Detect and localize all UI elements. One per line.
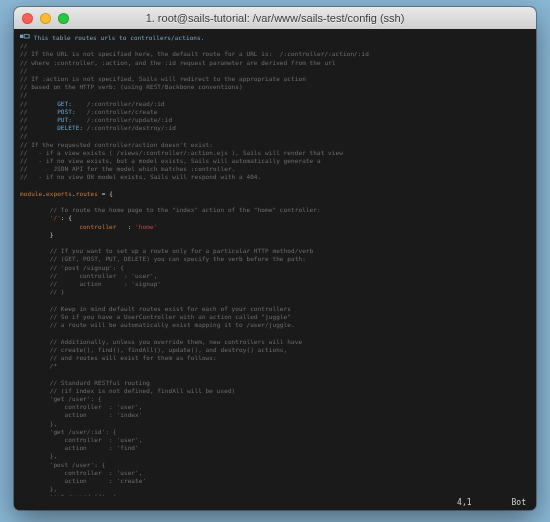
file-line: // So if you have a UserController with … <box>20 313 291 320</box>
file-line: }, <box>20 485 57 492</box>
file-line: // and routes will exist for them as fol… <box>20 354 217 361</box>
vim-statusbar: 4,1 Bot <box>14 496 536 510</box>
file-line: /:controller/update/:id <box>72 116 172 123</box>
file-line: controller : 'user', <box>20 469 143 476</box>
file-line: /:controller/read/:id <box>72 100 165 107</box>
file-line: 'get /user/:id': { <box>20 428 117 435</box>
file-line: 'get /user': { <box>20 395 102 402</box>
file-line: // Additionally, unless you override the… <box>20 338 302 345</box>
editor-content[interactable]: This table routes urls to controllers/ac… <box>14 29 536 510</box>
file-line: action : 'index' <box>20 411 143 418</box>
comment-lead-icon <box>20 33 30 39</box>
file-line: /:controller/destroy/:id <box>83 124 176 131</box>
file-line: // If you want to set up a route only fo… <box>20 247 313 254</box>
file-line: // (GET, POST, PUT, DELETE) you can spec… <box>20 255 306 262</box>
svg-rect-0 <box>20 35 23 38</box>
file-line: controller : 'user', <box>20 436 143 443</box>
file-line: // Standard RESTful routing <box>20 379 150 386</box>
file-line: PUT: <box>57 116 72 123</box>
zoom-icon[interactable] <box>58 13 69 24</box>
file-line: // where :controller, :action, and the :… <box>20 59 336 66</box>
file-line: }, <box>20 420 57 427</box>
file-line: // If :action is not specified, Sails wi… <box>20 75 306 82</box>
file-line: }, <box>20 452 57 459</box>
file-line: // a route will be automatically exist m… <box>20 321 295 328</box>
file-line: // If the requested controller/action do… <box>20 141 213 148</box>
file-line: // 'post /signup': { <box>20 264 124 271</box>
file-line: // - if a view exists ( /views/:controll… <box>20 149 343 156</box>
file-line: action : 'find' <box>20 444 139 451</box>
file-line: // (if index is not defined, findAll wil… <box>20 387 235 394</box>
file-line: // action : 'signup' <box>20 280 161 287</box>
file-line: // create(), find(), findAll(), update()… <box>20 346 287 353</box>
file-line: // } <box>20 288 65 295</box>
close-icon[interactable] <box>22 13 33 24</box>
file-line: 'home' <box>135 223 157 230</box>
scroll-position: Bot <box>512 496 526 510</box>
svg-rect-1 <box>24 35 29 38</box>
file-line: GET: <box>57 100 72 107</box>
file-line: '/' <box>50 214 61 221</box>
terminal-window: 1. root@sails-tutorial: /var/www/sails-t… <box>14 7 536 510</box>
file-line: POST: <box>57 108 76 115</box>
file-line: action : 'create' <box>20 477 146 484</box>
file-line: // based on the HTTP verb: (using REST/B… <box>20 83 243 90</box>
file-line: // Keep in mind default routes exist for… <box>20 305 291 312</box>
minimize-icon[interactable] <box>40 13 51 24</box>
file-line: /:controller/create <box>76 108 158 115</box>
file-line: 'post /user': { <box>20 461 105 468</box>
window-lights <box>22 13 69 24</box>
file-line: // - if no view exists, but a model exis… <box>20 157 321 164</box>
titlebar: 1. root@sails-tutorial: /var/www/sails-t… <box>14 7 536 30</box>
file-line: // If the URL is not specified here, the… <box>20 50 369 57</box>
file-line: This table routes urls to controllers/ac… <box>30 34 204 41</box>
window-title: 1. root@sails-tutorial: /var/www/sails-t… <box>14 12 536 24</box>
file-line: DELETE: <box>57 124 83 131</box>
file-line: /* <box>20 362 57 369</box>
cursor-position: 4,1 <box>457 496 471 510</box>
file-line: // JSON API for the model which matches … <box>20 165 235 172</box>
file-line: // controller : 'user', <box>20 272 157 279</box>
file-line: // - if no view OR model exists, Sails w… <box>20 173 261 180</box>
file-line: controller : 'user', <box>20 403 143 410</box>
file-line: // To route the home page to the "index"… <box>20 206 321 213</box>
